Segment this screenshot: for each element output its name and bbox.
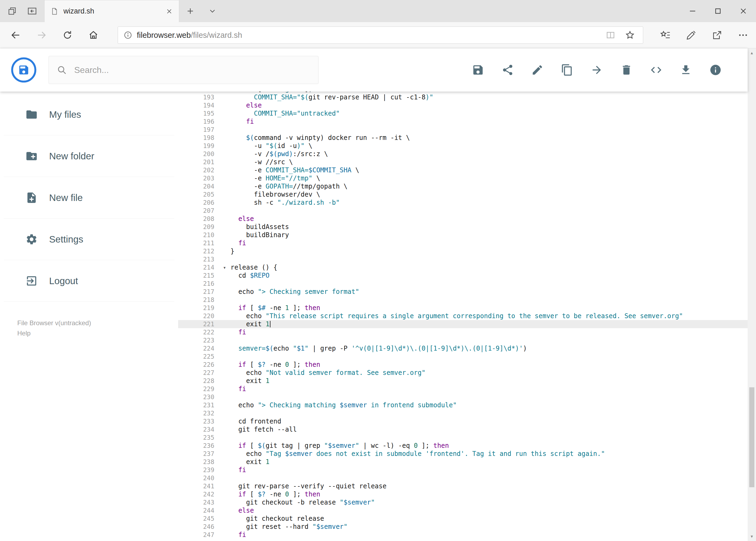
delete-button[interactable] [620,64,632,76]
tabs-preview-button[interactable] [22,0,42,22]
code-line[interactable]: 213 [178,255,748,264]
code-line[interactable]: 229 fi [178,385,748,393]
search-input[interactable] [74,65,311,75]
code-line[interactable]: 205 filebrowser/dev \ [178,191,748,199]
code-line[interactable]: 232 [178,409,748,417]
forward-button[interactable] [29,22,55,48]
code-line[interactable]: 233 cd frontend [178,417,748,425]
code-line[interactable]: 224 semver=$(echo "$1" | grep -P '^v(0|[… [178,344,748,352]
code-line[interactable]: 208 else [178,215,748,223]
refresh-button[interactable] [55,22,81,48]
code-line[interactable]: 227 echo "Not valid semver format. See s… [178,369,748,377]
code-line[interactable]: 243 git checkout -b release "$semver" [178,498,748,506]
scroll-down-button[interactable]: ▼ [748,532,756,541]
code-line[interactable]: 234 git fetch --all [178,425,748,433]
code-line[interactable]: 211 fi [178,239,748,247]
code-line[interactable]: 240 [178,474,748,482]
new-tab-button[interactable] [179,0,201,22]
sidebar-item-new-folder[interactable]: New folder [4,135,174,177]
sidebar-item-my-files[interactable]: My files [4,94,174,135]
code-line[interactable]: 242 if [ $? -ne 0 ]; then [178,490,748,498]
hub-favorites-button[interactable] [652,22,678,48]
code-line[interactable]: 247 fi [178,531,748,539]
code-line[interactable]: 231 echo "> Checking matching $semver in… [178,401,748,409]
maximize-button[interactable] [705,0,731,22]
code-line[interactable]: 219 if [ $# -ne 1 ]; then [178,304,748,312]
help-link[interactable]: Help [17,328,178,338]
code-line[interactable]: 201 -w //src \ [178,158,748,166]
code-line[interactable]: 200 -v /$(pwd):/src:z \ [178,150,748,158]
code-line[interactable]: 207 [178,207,748,215]
code-line[interactable]: 214▾release () { [178,264,748,271]
reading-view-button[interactable] [603,28,618,43]
back-button[interactable] [3,22,29,48]
sidebar-item-new-file[interactable]: New file [4,177,174,219]
download-button[interactable] [680,64,692,76]
code-line[interactable]: 198 $(command -v winpty) docker run --rm… [178,134,748,142]
code-line[interactable]: 212} [178,247,748,255]
code-line[interactable]: 199 -u "$(id -u)" \ [178,142,748,150]
code-line[interactable]: 226 if [ $? -ne 0 ]; then [178,360,748,369]
home-button[interactable] [81,22,106,48]
code-line[interactable]: 239 fi [178,466,748,474]
browser-tab[interactable]: wizard.sh [44,0,179,22]
minimize-button[interactable] [680,0,705,22]
switch-view-button[interactable] [650,64,662,76]
code-line[interactable]: 209 buildAssets [178,223,748,231]
fold-arrow-icon[interactable]: ▾ [219,264,230,271]
code-line[interactable]: 220 echo "This release script requires a… [178,312,748,320]
code-editor[interactable]: 192 if [ -d ".git" ]; then193 COMMIT_SHA… [178,92,748,541]
code-line[interactable]: 197 [178,126,748,134]
share-page-button[interactable] [704,22,730,48]
code-line[interactable]: 195 COMMIT_SHA="untracked" [178,109,748,118]
code-line[interactable]: 210 buildBinary [178,231,748,239]
tabs-dropdown-button[interactable] [201,0,223,22]
code-line[interactable]: 223 [178,336,748,344]
code-line[interactable]: 217 echo "> Checking semver format" [178,287,748,296]
scroll-thumb[interactable] [749,387,754,487]
code-line[interactable]: 246 git reset --hard "$semver" [178,523,748,531]
code-line[interactable]: 244 else [178,506,748,515]
code-line[interactable]: 194 else [178,101,748,109]
move-button[interactable] [591,64,603,76]
code-line[interactable]: 206 sh -c "./wizard.sh -b" [178,199,748,207]
close-window-button[interactable] [731,0,756,22]
code-line[interactable]: 237 echo "Tag $semver does not exist in … [178,450,748,458]
address-bar[interactable]: filebrowser.web/files/wizard.sh [118,26,643,44]
code-line[interactable]: 235 [178,433,748,442]
vertical-scrollbar[interactable]: ▲ ▼ [748,48,756,541]
code-line[interactable]: 203 -e HOME="//tmp" \ [178,174,748,182]
code-line[interactable]: 196 fi [178,118,748,126]
code-line[interactable]: 218 [178,296,748,304]
sidebar-item-settings[interactable]: Settings [4,219,174,260]
code-line[interactable]: 215 cd $REPO [178,271,748,279]
add-favorite-button[interactable] [623,28,637,43]
rename-button[interactable] [531,64,544,76]
tab-close-button[interactable] [165,8,173,15]
code-line[interactable]: 236 if [ $(git tag | grep "$semver" | wc… [178,442,748,450]
code-line[interactable]: 216 [178,279,748,287]
filebrowser-logo[interactable] [11,57,37,83]
code-line[interactable]: 202 -e COMMIT_SHA=$COMMIT_SHA \ [178,166,748,174]
sidebar-item-logout[interactable]: Logout [4,260,174,302]
code-line[interactable]: 204 -e GOPATH=//tmp/gopath \ [178,182,748,191]
code-line[interactable]: 241 git rev-parse --verify --quiet relea… [178,482,748,490]
code-line[interactable]: 238 exit 1 [178,458,748,466]
site-info-icon[interactable] [124,31,132,40]
code-line[interactable]: 230 [178,393,748,401]
scroll-up-button[interactable]: ▲ [748,48,756,58]
info-button[interactable] [709,64,722,76]
code-line[interactable]: 225 [178,352,748,360]
search-box[interactable] [49,56,319,84]
copy-button[interactable] [561,64,573,76]
code-line[interactable]: 228 exit 1 [178,377,748,385]
more-options-button[interactable] [730,22,756,48]
share-button[interactable] [501,64,514,76]
code-line[interactable]: 221 exit 1 [178,320,748,328]
set-tabs-aside-button[interactable] [2,0,22,22]
code-line[interactable]: 222 fi [178,328,748,336]
ink-annotate-button[interactable] [678,22,704,48]
code-line[interactable]: 245 git checkout release [178,515,748,523]
code-line[interactable]: 193 COMMIT_SHA="$(git rev-parse HEAD | c… [178,93,748,101]
save-button[interactable] [472,64,484,76]
